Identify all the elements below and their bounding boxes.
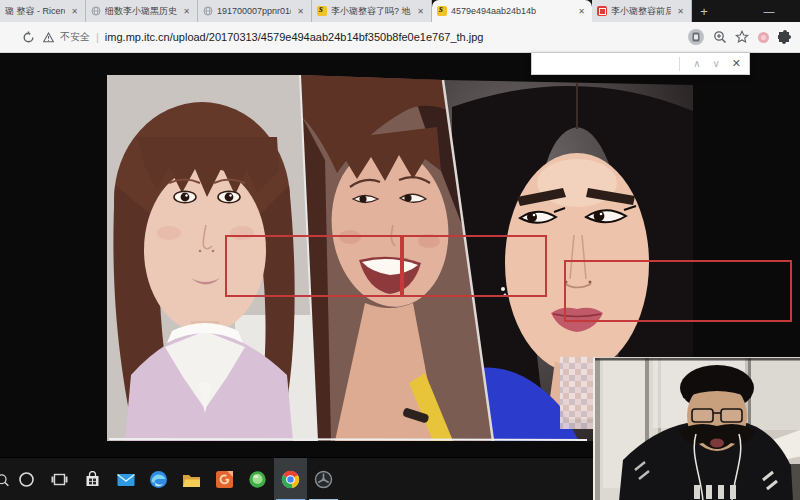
eye-highlight-box-left [225, 235, 402, 297]
taskbar-cortana[interactable] [10, 458, 43, 500]
warning-icon [43, 32, 54, 43]
extension-pink-icon[interactable] [757, 31, 770, 44]
tab-before-after-photos[interactable]: 李小璐整容前后照片对 ✕ [592, 0, 692, 22]
tab-numeric-page[interactable]: 191700007ppnr01qk ✕ [198, 0, 312, 22]
new-tab-button[interactable]: + [692, 0, 716, 22]
globe-icon [203, 6, 213, 16]
find-bar: ∧ ∨ ✕ [531, 53, 750, 75]
taskbar-recorder-app[interactable] [307, 458, 340, 500]
search-icon [0, 471, 10, 489]
find-previous-button[interactable]: ∧ [687, 58, 706, 69]
taskbar-store[interactable] [76, 458, 109, 500]
tab-image-active[interactable]: 4579e494aab24b14b ✕ [432, 0, 592, 22]
taskbar-mail[interactable] [109, 458, 142, 500]
taskbar-file-explorer[interactable] [175, 458, 208, 500]
taskbar-green-app[interactable] [241, 458, 274, 500]
webcam-overlay [593, 357, 800, 500]
store-icon [84, 471, 101, 488]
taskbar-task-view[interactable] [43, 458, 76, 500]
omnibox-separator: | [96, 31, 99, 43]
sohu-icon [437, 6, 447, 16]
tab-surgery-question[interactable]: 李小璐整容了吗? 地... ✕ [312, 0, 432, 22]
tab-close-icon[interactable]: ✕ [295, 6, 306, 17]
taskbar-search[interactable] [0, 458, 10, 500]
task-view-icon [51, 471, 68, 488]
cortana-icon [18, 471, 35, 488]
eye-highlight-box-middle [402, 235, 547, 297]
tab-label: 璐 整容 - Ricerca [5, 5, 65, 18]
find-input[interactable] [532, 53, 679, 74]
address-bar[interactable]: 不安全 | img.mp.itc.cn/upload/20170313/4579… [43, 30, 679, 44]
tab-close-icon[interactable]: ✕ [675, 6, 686, 17]
edge-icon [149, 470, 168, 489]
tab-close-icon[interactable]: ✕ [69, 6, 80, 17]
tab-label: 李小璐整容了吗? 地... [331, 5, 411, 18]
tab-close-icon[interactable]: ✕ [415, 6, 426, 17]
tab-label: 李小璐整容前后照片对 [611, 5, 671, 18]
desktop-screen: 璐 整容 - Ricerca ✕ 细数李小璐黑历史, 好 ✕ 191700007… [0, 0, 800, 500]
extensions-menu-icon[interactable] [778, 30, 792, 44]
tab-search-ricerca[interactable]: 璐 整容 - Ricerca ✕ [0, 0, 86, 22]
tab-label: 191700007ppnr01qk [217, 6, 291, 16]
zoom-icon[interactable] [713, 30, 727, 44]
bookmark-star-icon[interactable] [735, 30, 749, 44]
file-explorer-icon [182, 472, 201, 488]
security-label: 不安全 [60, 30, 90, 44]
orange-app-icon [215, 470, 234, 489]
page-action-icon[interactable] [687, 28, 705, 46]
find-close-button[interactable]: ✕ [726, 57, 749, 70]
browser-toolbar: 不安全 | img.mp.itc.cn/upload/20170313/4579… [0, 22, 800, 53]
tab-close-icon[interactable]: ✕ [576, 6, 587, 17]
reload-icon[interactable] [22, 31, 35, 44]
globe-icon [91, 6, 101, 16]
url-text: img.mp.itc.cn/upload/20170313/4579e494aa… [105, 31, 679, 43]
tab-close-icon[interactable]: ✕ [181, 6, 192, 17]
taskbar-orange-app[interactable] [208, 458, 241, 500]
taskbar-chrome[interactable] [274, 458, 307, 500]
mail-icon [117, 473, 135, 487]
tab-black-history[interactable]: 细数李小璐黑历史, 好 ✕ [86, 0, 198, 22]
chrome-icon [281, 470, 300, 489]
tab-label: 4579e494aab24b14b [451, 6, 572, 16]
taskbar-edge[interactable] [142, 458, 175, 500]
eye-highlight-box-right [564, 260, 792, 322]
find-next-button[interactable]: ∨ [706, 58, 725, 69]
find-bar-divider [679, 57, 680, 71]
recorder-app-icon [314, 470, 333, 489]
window-minimize-button[interactable]: — [738, 0, 800, 22]
webcam-video [595, 358, 800, 500]
tab-strip: 璐 整容 - Ricerca ✕ 细数李小璐黑历史, 好 ✕ 191700007… [0, 0, 800, 22]
tab-label: 细数李小璐黑历史, 好 [105, 5, 177, 18]
green-app-icon [248, 470, 267, 489]
red-video-icon [597, 6, 607, 16]
sohu-icon [317, 6, 327, 16]
